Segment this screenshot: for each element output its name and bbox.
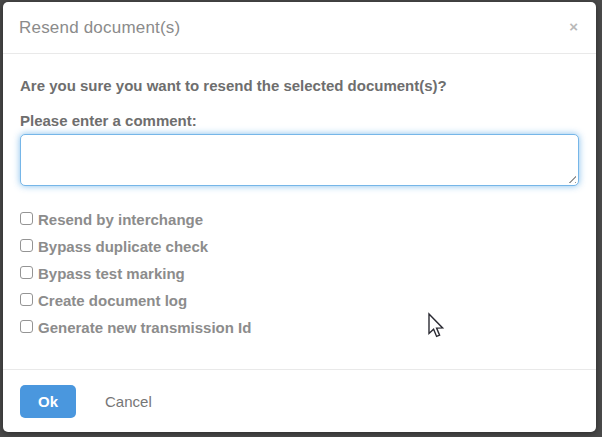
dialog-body: Are you sure you want to resend the sele… <box>3 54 596 340</box>
comment-textarea-wrap <box>20 134 579 186</box>
dialog-header: Resend document(s) × <box>3 2 596 54</box>
checkbox-label[interactable]: Generate new transmission Id <box>38 319 251 335</box>
checkbox-generate-new-transmission-id[interactable] <box>20 320 33 333</box>
checkbox-label[interactable]: Bypass duplicate check <box>38 238 208 254</box>
comment-input[interactable] <box>20 134 579 186</box>
checkbox-bypass-test-marking[interactable] <box>20 266 33 279</box>
cancel-button[interactable]: Cancel <box>105 393 152 410</box>
checkbox-label[interactable]: Resend by interchange <box>38 211 203 227</box>
checkbox-label[interactable]: Bypass test marking <box>38 265 185 281</box>
checkbox-row-resend-by-interchange: Resend by interchange <box>20 205 579 232</box>
checkbox-label[interactable]: Create document log <box>38 292 187 308</box>
checkbox-row-generate-new-transmission-id: Generate new transmission Id <box>20 313 579 340</box>
options-list: Resend by interchange Bypass duplicate c… <box>20 205 579 340</box>
checkbox-bypass-duplicate-check[interactable] <box>20 239 33 252</box>
checkbox-row-bypass-duplicate-check: Bypass duplicate check <box>20 232 579 259</box>
comment-label: Please enter a comment: <box>20 111 579 130</box>
checkbox-resend-by-interchange[interactable] <box>20 212 33 225</box>
confirm-message: Are you sure you want to resend the sele… <box>20 76 579 95</box>
dialog-title: Resend document(s) <box>19 18 180 38</box>
ok-button[interactable]: Ok <box>20 385 76 418</box>
checkbox-row-create-document-log: Create document log <box>20 286 579 313</box>
resend-documents-dialog: Resend document(s) × Are you sure you wa… <box>3 2 596 432</box>
checkbox-row-bypass-test-marking: Bypass test marking <box>20 259 579 286</box>
close-icon[interactable]: × <box>569 19 578 34</box>
checkbox-create-document-log[interactable] <box>20 293 33 306</box>
dialog-footer: Ok Cancel <box>3 369 596 432</box>
